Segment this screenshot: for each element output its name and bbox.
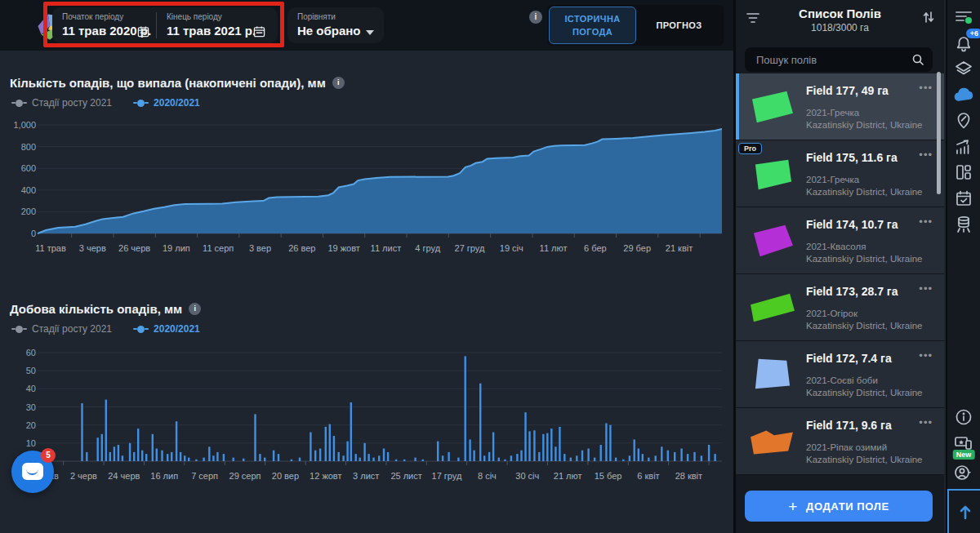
field-crop: 2021-Огірок (806, 309, 858, 318)
chart-legend: Стадії росту 2021 2020/2021 (11, 323, 200, 335)
pro-badge: Pro (738, 143, 762, 154)
x-axis-tick-label: 6 квіт (637, 471, 659, 481)
info-icon[interactable]: i (529, 11, 542, 24)
x-axis-tick-label: 30 січ (515, 471, 539, 481)
legend-item[interactable]: Стадії росту 2021 (11, 323, 112, 335)
field-list-item[interactable]: Field 174, 10.7 га•••2021-КвасоляKazatin… (736, 207, 944, 273)
calendar-icon[interactable] (137, 25, 149, 38)
account-icon[interactable] (953, 462, 974, 483)
daily-precip-title: Добова кількість опадів, мм i (10, 302, 201, 316)
add-field-button[interactable]: + ДОДАТИ ПОЛЕ (745, 491, 933, 522)
x-axis-tick-label: 26 вер (288, 243, 315, 253)
y-axis-tick-label: 10 (7, 438, 36, 448)
field-list: Field 177, 49 га•••2021-ГречкаKazatinski… (736, 73, 944, 475)
field-shape-thumbnail (747, 220, 798, 261)
field-name: Field 177, 49 га (806, 84, 889, 97)
x-axis-tick-label: 2 черв (70, 471, 97, 481)
info-icon[interactable]: i (189, 303, 201, 315)
field-list-item[interactable]: ProField 175, 11.6 га•••2021-ГречкаKazat… (736, 140, 944, 207)
x-axis-tick-label: 7 серп (191, 471, 218, 481)
field-options-icon[interactable]: ••• (919, 215, 933, 228)
field-shape-thumbnail (747, 421, 798, 462)
scouting-pin-icon[interactable] (953, 110, 974, 131)
x-axis-tick-label: 3 лист (353, 471, 379, 481)
legend-item[interactable]: 2020/2021 (133, 323, 200, 335)
x-axis-tick-label: 17 груд (432, 471, 462, 481)
notification-count-badge: +6 (966, 29, 980, 38)
field-location: Kazatinskiy District, Ukraine (806, 321, 923, 331)
field-list-panel: Список Полів 1018/3000 га Field 177, 49 … (736, 0, 944, 533)
info-icon[interactable] (953, 406, 974, 428)
field-name: Field 174, 10.7 га (806, 218, 898, 231)
start-period-datepicker[interactable]: Початок періоду 11 трав 2020 р. (52, 7, 156, 43)
info-icon[interactable]: i (332, 77, 345, 89)
field-location: Kazatinskiy District, Ukraine (806, 455, 923, 464)
field-list-item[interactable]: Field 173, 28.7 га•••2021-ОгірокKazatins… (736, 274, 944, 340)
soil-data-icon[interactable] (953, 214, 974, 235)
x-axis-tick-label: 4 груд (415, 243, 440, 253)
dashboard-icon[interactable] (953, 162, 974, 183)
x-axis-tick-label: 28 квіт (675, 471, 702, 481)
x-axis-tick-label: 3 вер (249, 243, 271, 253)
field-options-icon[interactable]: ••• (919, 349, 933, 362)
x-axis-tick-label: 24 черв (108, 471, 140, 481)
field-name: Field 173, 28.7 га (806, 285, 898, 298)
x-axis-tick-label: 11 серп (203, 243, 234, 253)
legend-label: Стадії росту 2021 (32, 323, 112, 335)
crop-calendar-icon[interactable] (953, 188, 974, 209)
chat-widget-button[interactable]: 5 (11, 451, 54, 493)
y-axis-tick-label: 60 (7, 348, 36, 358)
notifications-bell-icon[interactable]: +6 (953, 33, 974, 54)
chevron-down-icon (366, 30, 374, 35)
field-shape-thumbnail (747, 354, 798, 395)
weather-mode-tabs: ІСТОРИЧНА ПОГОДА ПРОГНОЗ (547, 5, 724, 46)
daily-precip-chart[interactable]: 010203040506011 трав2 черв24 черв16 лип7… (7, 346, 728, 486)
compare-dropdown[interactable]: Порівняти Не обрано (287, 7, 384, 43)
field-list-item[interactable]: Field 177, 49 га•••2021-ГречкаKazatinski… (736, 73, 944, 140)
field-list-item[interactable]: Field 171, 9.6 га•••2021-Ріпак озимийKaz… (736, 408, 944, 474)
fields-menu-icon[interactable] (953, 7, 974, 28)
field-crop: 2021-Квасоля (806, 242, 866, 251)
chart-title-text: Добова кількість опадів, мм (10, 302, 182, 316)
statistics-icon[interactable] (953, 136, 974, 158)
search-icon[interactable] (911, 53, 924, 66)
tab-historical-weather[interactable]: ІСТОРИЧНА ПОГОДА (549, 7, 636, 44)
cumulative-precip-chart[interactable]: 02004006008001,00011 трав3 черв26 черв19… (7, 118, 728, 259)
add-field-label: ДОДАТИ ПОЛЕ (806, 500, 889, 513)
legend-label: Стадії росту 2021 (32, 97, 112, 109)
x-axis-tick-label: 6 бер (584, 243, 607, 253)
field-options-icon[interactable]: ••• (919, 282, 933, 295)
cumulative-precip-title: Кількість опадів, що випала (накопичені … (10, 76, 345, 90)
search-input[interactable] (755, 53, 902, 67)
tab-forecast[interactable]: ПРОГНОЗ (636, 7, 722, 44)
legend-item[interactable]: Стадії росту 2021 (11, 97, 112, 109)
y-axis-tick-label: 0 (7, 229, 36, 238)
legend-item[interactable]: 2020/2021 (133, 97, 200, 109)
field-shape-thumbnail (747, 87, 798, 127)
field-list-item[interactable]: Field 172, 7.4 га•••2021-Соєві бобиKazat… (736, 341, 944, 407)
new-feature-badge: New (953, 450, 975, 460)
end-period-datepicker[interactable]: Кінець періоду 11 трав 2021 р. (157, 7, 278, 43)
sort-icon[interactable] (922, 10, 935, 24)
field-options-icon[interactable]: ••• (919, 149, 933, 161)
x-axis-tick-label: 21 лют (554, 471, 582, 481)
field-shape-thumbnail (747, 153, 798, 194)
layers-icon[interactable] (953, 59, 974, 80)
x-axis-tick-label: 21 квіт (666, 243, 693, 253)
legend-marker-icon (11, 100, 27, 107)
x-axis-tick-label: 26 черв (118, 243, 150, 253)
field-location: Kazatinskiy District, Ukraine (806, 254, 923, 264)
x-axis-tick-label: 19 лип (163, 243, 190, 253)
area-chart-svg (38, 118, 722, 239)
field-options-icon[interactable]: ••• (919, 82, 933, 94)
calendar-icon[interactable] (253, 25, 265, 38)
field-location: Kazatinskiy District, Ukraine (806, 187, 923, 197)
weather-cloud-icon[interactable] (953, 84, 974, 105)
x-axis-tick-label: 19 жовт (327, 243, 359, 253)
field-options-icon[interactable]: ••• (919, 416, 933, 429)
x-axis-tick-label: 3 черв (79, 243, 106, 253)
start-period-label: Початок періоду (62, 12, 123, 21)
scrollbar[interactable] (937, 72, 941, 194)
scroll-top-button[interactable] (947, 489, 980, 533)
y-axis-tick-label: 40 (7, 384, 36, 393)
